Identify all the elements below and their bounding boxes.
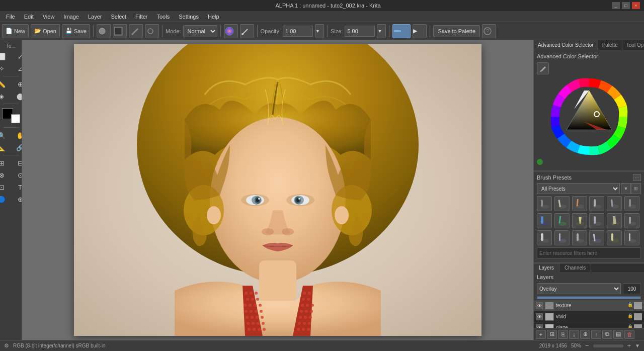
- move-layer-up-button[interactable]: ↑: [591, 330, 601, 339]
- size-down-button[interactable]: ▼: [377, 24, 386, 38]
- brush-preset-17[interactable]: [607, 230, 622, 245]
- duplicate-layer-button[interactable]: ⧉: [602, 330, 612, 339]
- menu-file[interactable]: File: [2, 13, 19, 21]
- blend-mode-select[interactable]: Overlay Normal Multiply: [537, 283, 621, 294]
- tool-smart-patch[interactable]: ◈: [0, 91, 11, 102]
- brush-preset-1[interactable]: [537, 196, 552, 211]
- tab-palette[interactable]: Palette: [598, 40, 622, 50]
- brush-preset-4[interactable]: [589, 196, 604, 211]
- brush-preset-14[interactable]: [554, 230, 570, 245]
- resource-filter-input[interactable]: [537, 247, 641, 258]
- layer-lock-vivid[interactable]: 🔒: [627, 313, 633, 320]
- brush-preset-8[interactable]: [554, 213, 570, 228]
- brush-preset-2[interactable]: [554, 196, 570, 211]
- move-layer-down-button[interactable]: ↓: [569, 330, 579, 339]
- brush-preset-5[interactable]: [607, 196, 622, 211]
- opacity-down-button[interactable]: ▼: [315, 24, 324, 38]
- window-controls[interactable]: _ □ ×: [612, 2, 640, 9]
- layer-opacity-slider[interactable]: [537, 296, 641, 299]
- layer-visibility-texture[interactable]: 👁: [536, 302, 543, 309]
- zoom-in-icon[interactable]: +: [627, 342, 631, 349]
- menu-image[interactable]: Image: [59, 13, 83, 21]
- menu-view[interactable]: View: [39, 13, 59, 21]
- zoom-dropdown-icon[interactable]: ▼: [635, 343, 640, 348]
- tab-channels[interactable]: Channels: [559, 264, 591, 272]
- preset-options-button[interactable]: ▼: [621, 183, 631, 194]
- delete-layer-button[interactable]: 🗑: [624, 330, 634, 339]
- tool-enclose-fill[interactable]: ⊗: [0, 169, 11, 181]
- tool-zoom[interactable]: 🔍: [0, 130, 11, 141]
- color-swatches[interactable]: [2, 108, 20, 123]
- brush-preset-12[interactable]: [624, 213, 639, 228]
- color-wheel[interactable]: [549, 76, 629, 157]
- maximize-button[interactable]: □: [622, 2, 630, 9]
- brush-preset-11[interactable]: [607, 213, 622, 228]
- opacity-input[interactable]: [283, 26, 313, 37]
- layer-lock-glaze[interactable]: 🔒: [627, 324, 633, 328]
- menu-help[interactable]: Help: [204, 13, 223, 21]
- menu-filter[interactable]: Filter: [131, 13, 151, 21]
- save-palette-button[interactable]: Save to Palette: [433, 25, 480, 37]
- brush-preset-10[interactable]: [589, 213, 604, 228]
- tab-layers[interactable]: Layers: [534, 264, 559, 272]
- pressure-button[interactable]: [392, 24, 411, 38]
- add-layer-button[interactable]: +: [536, 330, 546, 339]
- tool-freehand[interactable]: ⟡: [0, 63, 11, 74]
- tool-grid[interactable]: ⊟: [11, 157, 22, 168]
- mode-select[interactable]: Normal Multiply Screen Overlay: [183, 25, 217, 37]
- add-group-button[interactable]: ⊞: [547, 330, 557, 339]
- copy-layer-button[interactable]: ⎘: [558, 330, 568, 339]
- tool-shapes[interactable]: ⊿: [11, 63, 22, 74]
- preset-grid-button[interactable]: ⊞: [631, 183, 641, 194]
- layer-visibility-glaze[interactable]: 👁: [536, 324, 543, 328]
- tool-multistroke[interactable]: ⊕: [11, 78, 22, 90]
- tool-crop[interactable]: ⊡: [0, 182, 11, 193]
- merge-layers-button[interactable]: ⊕: [580, 330, 590, 339]
- layer-vivid[interactable]: 👁 vivid 🔒: [534, 311, 644, 322]
- tool-transform[interactable]: ⤢: [11, 51, 22, 62]
- background-color[interactable]: [11, 114, 20, 123]
- next-button[interactable]: ▶: [413, 24, 427, 38]
- tab-tool-options[interactable]: Tool Options: [622, 40, 644, 50]
- brush-preset-button[interactable]: [113, 24, 127, 38]
- brush-tip-button[interactable]: [97, 24, 111, 38]
- tool-select-rect[interactable]: ⬜: [0, 51, 11, 62]
- tool-text[interactable]: T: [11, 182, 22, 193]
- size-input[interactable]: [345, 26, 375, 37]
- close-button[interactable]: ×: [632, 2, 640, 9]
- menu-layer[interactable]: Layer: [84, 13, 106, 21]
- menu-tools[interactable]: Tools: [153, 13, 174, 21]
- brush-settings-button[interactable]: [145, 24, 159, 38]
- layer-visibility-vivid[interactable]: 👁: [536, 313, 543, 320]
- eyedropper-button[interactable]: [537, 62, 549, 74]
- brush-presets-expand-button[interactable]: ⋯: [633, 174, 641, 181]
- color-wheel-container[interactable]: [549, 76, 629, 157]
- brush-preset-7[interactable]: [537, 213, 552, 228]
- tool-assistant[interactable]: 🔵: [0, 194, 11, 205]
- layer-glaze[interactable]: 👁 glaze 🔒: [534, 322, 644, 328]
- menu-settings[interactable]: Settings: [175, 13, 203, 21]
- menu-select[interactable]: Select: [107, 13, 130, 21]
- settings-icon[interactable]: ⚙: [4, 342, 9, 349]
- brush-preset-18[interactable]: [624, 230, 639, 245]
- tab-advanced-color-selector[interactable]: Advanced Color Selector: [534, 40, 598, 50]
- open-button[interactable]: 📂 Open: [31, 24, 60, 38]
- color-chooser-button[interactable]: [224, 24, 238, 38]
- brush-preset-9[interactable]: [572, 213, 587, 228]
- new-button[interactable]: 📄 New: [2, 24, 29, 38]
- minimize-button[interactable]: _: [612, 2, 620, 9]
- brush-preset-13[interactable]: [537, 230, 552, 245]
- canvas-area[interactable]: [22, 40, 533, 340]
- tool-contiguous-selection[interactable]: ⊙: [11, 169, 22, 181]
- brush-preset-3[interactable]: [572, 196, 587, 211]
- tool-warp[interactable]: ⊞: [0, 157, 11, 168]
- palette-options-button[interactable]: ?: [482, 24, 496, 38]
- brush-preset-15[interactable]: [572, 230, 587, 245]
- tool-brush[interactable]: ✏️: [0, 78, 11, 90]
- color-picker-button[interactable]: [240, 24, 254, 38]
- zoom-slider[interactable]: [593, 344, 623, 347]
- tool-something[interactable]: ⊛: [11, 194, 22, 205]
- layer-opacity-input[interactable]: [623, 283, 641, 294]
- save-button[interactable]: 💾 Save: [62, 24, 90, 38]
- brush-preset-16[interactable]: [589, 230, 604, 245]
